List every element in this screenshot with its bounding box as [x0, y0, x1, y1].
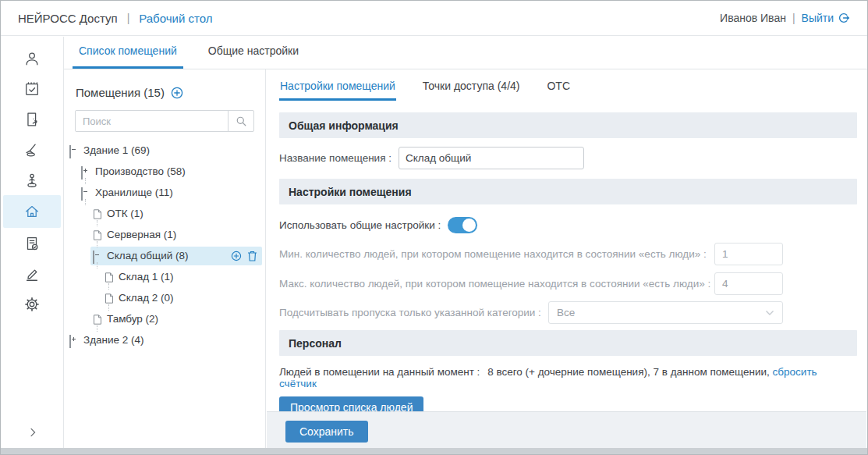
pass-category-value: Все — [557, 307, 575, 318]
use-common-settings-label: Использовать общие настройки : — [279, 219, 441, 231]
user-name: Иванов Иван — [720, 12, 786, 24]
tree-node-storage[interactable]: Хранилище (11) — [64, 182, 265, 203]
main-tab-strip: Список помещений Общие настройки — [64, 37, 867, 69]
person-zone-icon — [23, 172, 41, 189]
logout-button[interactable]: Выйти — [802, 12, 850, 24]
user-icon — [23, 50, 41, 67]
search-icon — [236, 116, 247, 127]
detail-tab-strip: Настройки помещений Точки доступа (4/4) … — [279, 69, 866, 101]
chevron-right-icon — [27, 426, 39, 439]
document-icon — [105, 272, 114, 282]
room-search — [75, 110, 254, 132]
max-people-input — [714, 272, 783, 295]
expander-collapse-icon[interactable] — [69, 146, 79, 155]
tree-node-server-room[interactable]: Серверная (1) — [64, 224, 265, 245]
document-icon — [93, 230, 102, 240]
logout-label: Выйти — [802, 12, 834, 24]
min-people-label: Мин. количество людей, при котором помещ… — [279, 248, 707, 260]
section-general-title: Общая информация — [289, 119, 399, 132]
calendar-check-icon — [23, 80, 41, 98]
sidebar-expand-button[interactable] — [1, 426, 64, 439]
icon-sidebar — [1, 37, 64, 448]
tree-node-production[interactable]: Производство (58) — [64, 161, 265, 182]
use-common-settings-toggle[interactable] — [448, 217, 477, 233]
add-room-button[interactable] — [171, 87, 183, 99]
document-icon — [93, 209, 102, 219]
sidebar-item-rooms[interactable] — [3, 195, 61, 228]
edit-icon — [23, 265, 41, 283]
gear-icon — [23, 296, 41, 313]
window-bottom-edge — [1, 448, 867, 454]
tree-node-warehouse-2[interactable]: Склад 2 (0) — [64, 287, 265, 308]
turnstile-icon — [23, 141, 41, 158]
pass-category-row: Подсчитывать пропуска только указанной к… — [279, 301, 783, 324]
home-icon — [23, 203, 41, 220]
search-button[interactable] — [228, 111, 253, 131]
people-count-label: Людей в помещении на данный момент : — [279, 366, 480, 378]
user-divider: | — [792, 12, 795, 24]
tab-room-settings[interactable]: Настройки помещений — [279, 75, 396, 101]
tree-node-warehouse-1[interactable]: Склад 1 (1) — [64, 266, 265, 287]
sidebar-item-settings[interactable] — [3, 289, 61, 319]
document-icon — [105, 293, 114, 303]
tree-node-building-2[interactable]: Здание 2 (4) — [64, 329, 265, 350]
section-general-info: Общая информация — [279, 112, 857, 138]
room-name-label: Название помещения : — [279, 152, 391, 164]
search-input[interactable] — [76, 111, 228, 131]
tree-node-building-1[interactable]: Здание 1 (69) — [64, 140, 265, 161]
max-people-label: Макс. количество людей, при котором поме… — [279, 278, 710, 290]
workspace-link[interactable]: Рабочий стол — [139, 12, 212, 25]
room-name-input[interactable] — [399, 147, 584, 169]
min-people-input — [714, 243, 783, 265]
pass-category-label: Подсчитывать пропуска только указанной к… — [279, 307, 541, 318]
sidebar-item-access[interactable] — [3, 104, 61, 134]
section-personnel-title: Персонал — [289, 337, 342, 350]
tree-node-otk[interactable]: ОТК (1) — [64, 203, 265, 224]
people-count-value: 8 всего (+ дочерние помещения), 7 в данн… — [487, 366, 770, 378]
expander-expand-icon[interactable] — [81, 167, 90, 176]
delete-room-button[interactable] — [247, 251, 257, 261]
sidebar-item-passes[interactable] — [3, 228, 61, 258]
rooms-tree: Здание 1 (69) Производство (58) Хранилищ… — [64, 140, 265, 350]
add-child-room-button[interactable] — [231, 251, 242, 261]
tree-node-tambour[interactable]: Тамбур (2) — [64, 308, 265, 329]
rooms-panel-title: Помещения (15) — [76, 86, 265, 99]
room-detail-panel: Настройки помещений Точки доступа (4/4) … — [267, 69, 866, 448]
tree-node-warehouse-common[interactable]: Склад общий (8) — [64, 245, 265, 266]
max-people-row: Макс. количество людей, при котором поме… — [279, 272, 783, 295]
expander-collapse-icon[interactable] — [93, 251, 102, 261]
rooms-title-label: Помещения (15) — [76, 86, 165, 99]
top-header: НЕЙРОСС Доступ | Рабочий стол Иванов Ива… — [1, 1, 867, 36]
app-title: НЕЙРОСС Доступ — [18, 12, 118, 25]
pass-category-select: Все — [548, 301, 783, 324]
document-icon — [93, 315, 102, 324]
tab-access-points[interactable]: Точки доступа (4/4) — [422, 75, 521, 101]
app-window: НЕЙРОСС Доступ | Рабочий стол Иванов Ива… — [0, 0, 868, 455]
detail-footer: Сохранить — [267, 411, 866, 448]
tab-ots[interactable]: ОТС — [546, 75, 571, 101]
save-button[interactable]: Сохранить — [285, 421, 368, 443]
chevron-down-icon — [765, 310, 774, 316]
tab-general-settings[interactable]: Общие настройки — [202, 37, 305, 69]
tab-rooms-list[interactable]: Список помещений — [73, 37, 183, 69]
people-count-row: Людей в помещении на данный момент : 8 в… — [279, 366, 857, 389]
expander-collapse-icon[interactable] — [81, 188, 90, 197]
header-divider: | — [127, 12, 130, 24]
section-room-settings-title: Настройки помещения — [289, 186, 412, 198]
expander-expand-icon[interactable] — [69, 336, 79, 345]
door-pass-icon — [23, 111, 41, 128]
sidebar-item-schedule[interactable] — [3, 73, 61, 104]
rooms-panel: Помещения (15) Здание 1 (69) — [64, 69, 266, 448]
sidebar-item-presence[interactable] — [3, 165, 61, 195]
sidebar-item-turnstile[interactable] — [3, 134, 61, 165]
section-personnel: Персонал — [279, 330, 857, 356]
document-badge-icon — [23, 235, 41, 252]
sidebar-item-edit[interactable] — [3, 258, 61, 289]
min-people-row: Мин. количество людей, при котором помещ… — [279, 243, 783, 265]
sidebar-item-persons[interactable] — [3, 43, 61, 73]
logout-icon — [838, 12, 850, 24]
room-name-row: Название помещения : — [279, 147, 857, 169]
section-room-settings: Настройки помещения — [279, 179, 857, 204]
use-common-settings-row: Использовать общие настройки : — [279, 213, 857, 236]
